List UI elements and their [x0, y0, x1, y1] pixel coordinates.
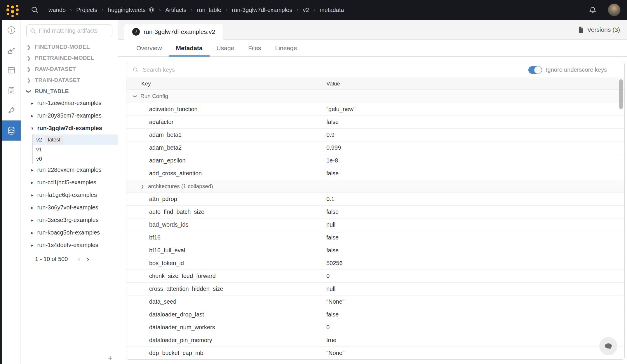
metadata-group-row[interactable]: ❯architectures (1 collapsed): [126, 180, 624, 192]
triangle-right-icon: ▸: [31, 243, 34, 248]
rail-item-info[interactable]: i: [2, 20, 21, 40]
version-item-v1[interactable]: v1: [33, 145, 118, 154]
metadata-value: false: [326, 170, 339, 177]
chevron-right-icon: ❯: [27, 78, 31, 83]
sidebar-category-finetuned-model[interactable]: ❯FINETUNED-MODEL: [21, 41, 118, 52]
sidebar-category-raw-dataset[interactable]: ❯RAW-DATASET: [21, 64, 118, 75]
sidebar-run-item[interactable]: ▸run-20y35cm7-examples: [21, 109, 118, 122]
tab-metadata[interactable]: Metadata: [169, 40, 210, 56]
rail-item-charts[interactable]: [2, 40, 21, 60]
chevron-right-icon: ❯: [27, 44, 31, 50]
artifact-search-input[interactable]: [26, 24, 112, 37]
metadata-key: cross_attention_hidden_size: [149, 286, 223, 292]
sidebar-category-label: FINETUNED-MODEL: [35, 44, 90, 50]
ignore-underscore-toggle[interactable]: [528, 66, 542, 74]
sidebar-run-item[interactable]: ▸run-1s4doefv-examples: [21, 239, 118, 251]
sidebar-category-train-dataset[interactable]: ❯TRAIN-DATASET: [21, 75, 118, 86]
charts-icon: [7, 46, 16, 55]
metadata-key: data_seed: [149, 298, 176, 305]
metadata-search-input[interactable]: [143, 66, 528, 73]
pagination-next-chevron-icon[interactable]: ›: [87, 255, 89, 264]
sidebar-run-item[interactable]: ▸run-3o6y7vof-examples: [21, 201, 118, 214]
tab-overview[interactable]: Overview: [129, 40, 169, 56]
chevron-right-icon: ❯: [27, 66, 31, 72]
metadata-group-row[interactable]: ❯Run Config: [126, 90, 624, 103]
rail-item-logs[interactable]: [2, 80, 21, 100]
wandb-logo-icon[interactable]: [6, 3, 19, 17]
metadata-value: false: [326, 119, 339, 125]
run-item-label: run-3gqlw7dl-examples: [37, 125, 102, 132]
triangle-right-icon: ▸: [31, 230, 34, 235]
metadata-key: adam_beta1: [149, 132, 182, 138]
rail-item-panels[interactable]: [2, 60, 21, 80]
add-artifact-button plus-icon[interactable]: +: [107, 354, 113, 363]
metadata-value: 0.1: [326, 196, 335, 202]
sidebar-run-item[interactable]: ▸run-cd1jhcf5-examples: [21, 176, 118, 189]
logo-dot: [11, 15, 14, 17]
tab-label: Files: [248, 45, 261, 52]
tab-label: Overview: [136, 45, 162, 52]
metadata-value: "gelu_new": [326, 106, 356, 113]
table-row: activation_function"gelu_new": [126, 103, 624, 116]
sidebar-run-item[interactable]: ▸run-la1ge6qt-examples: [21, 189, 118, 201]
rail-item-sweeps[interactable]: [2, 100, 21, 120]
run-item-label: run-koacg5oh-examples: [37, 229, 100, 236]
version-item-v2[interactable]: v2latest: [33, 134, 118, 145]
artifact-tab[interactable]: i run-3gqlw7dl-examples:v2: [124, 24, 223, 40]
breadcrumb-item[interactable]: huggingtweets: [108, 7, 155, 13]
sidebar-run-item[interactable]: ▸run-3sese3rg-examples: [21, 214, 118, 226]
icon-rail: i: [2, 20, 21, 364]
metadata-value: 0: [326, 324, 330, 331]
metadata-value: "None": [326, 350, 344, 356]
metadata-value: false: [326, 209, 339, 215]
breadcrumb-item[interactable]: metadata: [320, 7, 344, 13]
tab-label: Usage: [217, 45, 234, 52]
help-chat-button[interactable]: [599, 337, 617, 355]
column-header-value: Value: [326, 80, 340, 87]
breadcrumb-item[interactable]: run_table: [197, 7, 221, 13]
sidebar-run-item[interactable]: ▸run-koacg5oh-examples: [21, 226, 118, 239]
breadcrumb-label: wandb: [48, 7, 66, 13]
version-item-v0[interactable]: v0: [33, 154, 118, 164]
metadata-key: bos_token_id: [149, 260, 184, 267]
breadcrumb-item[interactable]: Projects: [76, 7, 97, 13]
breadcrumb: wandb›Projects›huggingtweets›Artifacts›r…: [48, 7, 344, 13]
metadata-value: true: [326, 337, 336, 344]
breadcrumb-label: v2: [303, 7, 309, 13]
breadcrumb-item[interactable]: Artifacts: [165, 7, 186, 13]
ignore-underscore-toggle-group: Ignore underscore keys: [528, 66, 607, 74]
breadcrumb-item[interactable]: wandb: [48, 7, 66, 13]
user-avatar[interactable]: [608, 4, 621, 16]
column-header-key: Key: [141, 80, 151, 87]
metadata-value: false: [326, 311, 339, 318]
metadata-key: bad_words_ids: [149, 221, 189, 228]
vertical-scrollbar[interactable]: [619, 79, 623, 109]
breadcrumb-item[interactable]: v2: [303, 7, 309, 13]
metadata-value: 50256: [326, 260, 343, 267]
notifications-bell-icon[interactable]: [589, 6, 597, 14]
breadcrumb-label: Projects: [76, 7, 97, 13]
logo-dot: [6, 8, 9, 11]
metadata-search-row: Ignore underscore keys: [126, 62, 624, 78]
tab-lineage[interactable]: Lineage: [268, 40, 304, 56]
run-item-label: run-la1ge6qt-examples: [37, 192, 97, 198]
breadcrumb-label: run_table: [197, 7, 221, 13]
breadcrumb-item[interactable]: run-3gqlw7dl-examples: [232, 7, 292, 13]
search-icon: [132, 66, 139, 73]
metadata-key: attn_pdrop: [149, 196, 177, 202]
sidebar-run-item[interactable]: ▸run-228evxem-examples: [21, 164, 118, 176]
artifacts-database-icon: [7, 126, 16, 135]
tab-files[interactable]: Files: [241, 40, 268, 56]
sidebar-category-run_table[interactable]: ❯RUN_TABLE: [21, 86, 118, 97]
tab-usage[interactable]: Usage: [210, 40, 241, 56]
sidebar-run-item[interactable]: ▸run-1zewdmar-examples: [21, 97, 118, 109]
sidebar-category-pretrained-model[interactable]: ❯PRETRAINED-MODEL: [21, 52, 118, 64]
active-tab-underline: [169, 55, 210, 57]
sweeps-icon: [7, 106, 16, 115]
pagination-prev-chevron-icon[interactable]: ‹: [78, 255, 80, 264]
rail-item-artifacts-database[interactable]: [2, 120, 21, 141]
versions-button[interactable]: Versions (3): [578, 26, 620, 33]
logo-dot: [16, 5, 18, 7]
sidebar-run-item[interactable]: ▾run-3gqlw7dl-examples: [21, 122, 118, 134]
search-icon[interactable]: [30, 6, 39, 14]
